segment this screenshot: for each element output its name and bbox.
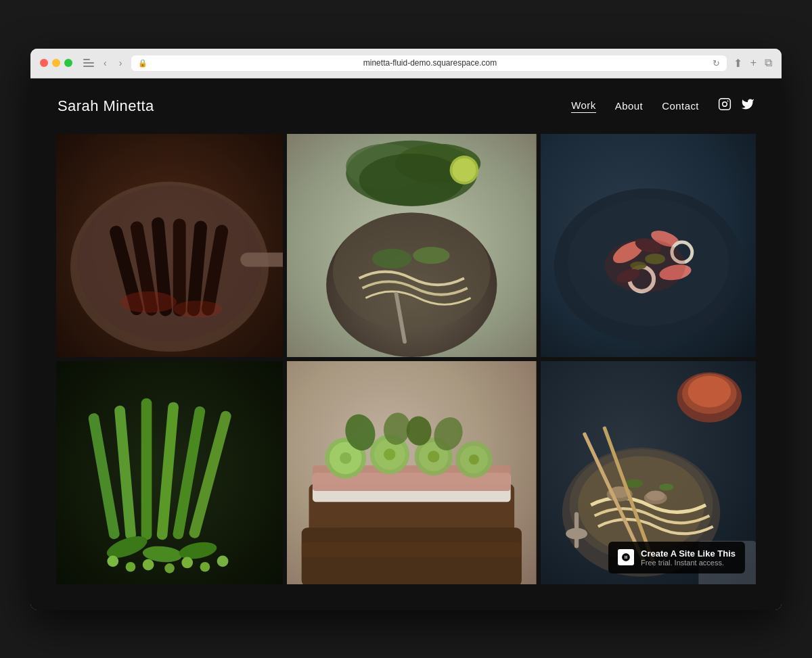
svg-point-1: [723, 102, 727, 107]
svg-point-51: [126, 561, 136, 571]
sidebar-toggle[interactable]: [83, 59, 94, 67]
site-logo[interactable]: Sarah Minetta: [58, 97, 154, 115]
browser-chrome: ‹ › 🔒 minetta-fluid-demo.squarespace.com…: [30, 49, 782, 78]
instagram-icon[interactable]: [718, 97, 731, 114]
svg-point-50: [107, 555, 118, 567]
twitter-icon[interactable]: [741, 97, 754, 114]
svg-rect-43: [141, 398, 152, 540]
grid-item-2[interactable]: [287, 134, 537, 357]
svg-point-54: [181, 557, 193, 568]
svg-point-21: [453, 158, 476, 181]
svg-rect-0: [719, 99, 731, 110]
grid-item-5[interactable]: [287, 361, 537, 584]
svg-point-69: [428, 450, 439, 462]
svg-point-19: [359, 154, 464, 206]
badge-title: Create A Site Like This: [641, 548, 736, 559]
badge-text-container: Create A Site Like This Free trial. Inst…: [641, 548, 736, 567]
site-nav: Work About Contact: [571, 97, 754, 114]
website-content: Sarah Minetta Work About Contact: [30, 78, 782, 610]
browser-window: ‹ › 🔒 minetta-fluid-demo.squarespace.com…: [30, 49, 782, 610]
minimize-button[interactable]: [52, 59, 60, 67]
svg-point-2: [727, 101, 729, 102]
grid-item-1[interactable]: [56, 134, 283, 357]
svg-point-52: [143, 559, 154, 570]
svg-rect-78: [302, 542, 522, 557]
svg-rect-14: [240, 252, 283, 266]
close-button[interactable]: [40, 59, 48, 67]
social-icons: [718, 97, 754, 114]
svg-point-72: [469, 454, 479, 464]
maximize-button[interactable]: [64, 59, 72, 67]
site-header: Sarah Minetta Work About Contact: [30, 78, 782, 134]
photo-grid: Create A Site Like This Free trial. Inst…: [30, 134, 782, 610]
svg-point-39: [604, 239, 685, 293]
squarespace-icon: [618, 549, 634, 565]
svg-point-85: [578, 456, 704, 553]
svg-point-91: [659, 483, 673, 490]
badge-subtitle: Free trial. Instant access.: [641, 559, 736, 567]
url-bar[interactable]: 🔒 minetta-fluid-demo.squarespace.com ↻: [131, 55, 726, 71]
reload-button[interactable]: ↻: [713, 58, 720, 68]
grid-item-6[interactable]: Create A Site Like This Free trial. Inst…: [541, 361, 756, 584]
nav-contact[interactable]: Contact: [662, 100, 699, 112]
grid-item-4[interactable]: [56, 361, 283, 584]
svg-point-82: [687, 375, 731, 407]
browser-actions: ⬆ + ⧉: [734, 57, 772, 70]
svg-point-89: [646, 490, 665, 500]
svg-point-23: [333, 212, 491, 331]
svg-point-55: [200, 561, 210, 571]
svg-point-56: [217, 555, 229, 567]
svg-rect-95: [574, 512, 579, 548]
svg-point-12: [120, 291, 177, 312]
svg-point-53: [164, 563, 175, 573]
back-button[interactable]: ‹: [101, 56, 110, 70]
svg-point-24: [372, 248, 411, 268]
svg-point-66: [384, 448, 395, 460]
svg-point-13: [173, 300, 223, 317]
nav-work[interactable]: Work: [571, 99, 596, 113]
tab-overview-button[interactable]: ⧉: [765, 57, 772, 70]
share-button[interactable]: ⬆: [734, 57, 742, 70]
traffic-lights: [40, 59, 72, 67]
lock-icon: 🔒: [138, 59, 148, 68]
grid-item-3[interactable]: [541, 134, 756, 357]
svg-point-90: [625, 479, 642, 488]
new-tab-button[interactable]: +: [750, 57, 757, 70]
svg-point-25: [413, 246, 449, 263]
squarespace-badge[interactable]: Create A Site Like This Free trial. Inst…: [608, 542, 745, 573]
url-text: minetta-fluid-demo.squarespace.com: [152, 58, 708, 68]
svg-point-63: [340, 452, 351, 463]
nav-about[interactable]: About: [615, 100, 643, 112]
svg-point-5: [77, 185, 261, 340]
forward-button[interactable]: ›: [116, 56, 125, 70]
